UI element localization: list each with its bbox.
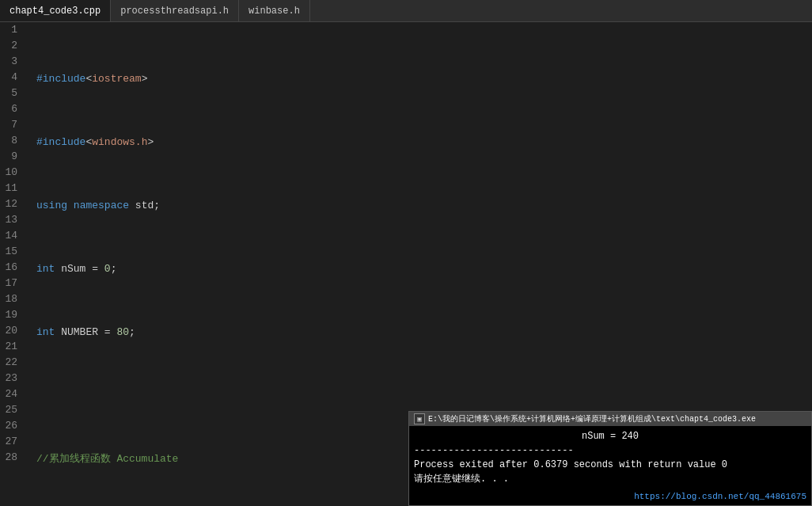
terminal-line4: 请按任意键继续. . .	[414, 472, 806, 486]
code-line-5: int NUMBER = 80;	[24, 325, 812, 341]
tab-chapt4-code3[interactable]: chapt4_code3.cpp	[0, 0, 111, 21]
code-line-6	[24, 388, 812, 404]
terminal-line3: Process exited after 0.6379 seconds with…	[414, 458, 806, 472]
terminal-title: E:\我的日记博客\操作系统+计算机网络+编译原理+计算机组成\text\cha…	[428, 413, 756, 424]
terminal-line2: ----------------------------	[414, 443, 806, 458]
terminal-icon: ▣	[414, 413, 425, 424]
terminal-line1: nSum = 240	[414, 429, 806, 443]
terminal-window: ▣ E:\我的日记博客\操作系统+计算机网络+编译原理+计算机组成\text\c…	[408, 411, 812, 506]
terminal-body: nSum = 240 ---------------------------- …	[409, 426, 811, 489]
line-numbers: 1 2 3 4 5 6 7 8 9 10 11 12 13 14 15 16 1…	[0, 22, 24, 506]
editor-area: 1 2 3 4 5 6 7 8 9 10 11 12 13 14 15 16 1…	[0, 22, 812, 506]
code-line-2: #include<windows.h>	[24, 135, 812, 150]
editor-window: chapt4_code3.cpp processthreadsapi.h win…	[0, 0, 812, 506]
tab-bar: chapt4_code3.cpp processthreadsapi.h win…	[0, 0, 812, 22]
terminal-url: https://blog.csdn.net/qq_44861675	[634, 489, 806, 504]
code-line-1: #include<iostream>	[24, 71, 812, 87]
tab-processthreadsapi[interactable]: processthreadsapi.h	[111, 0, 239, 21]
tab-winbase[interactable]: winbase.h	[239, 0, 310, 21]
code-line-4: int nSum = 0;	[24, 261, 812, 277]
terminal-titlebar: ▣ E:\我的日记博客\操作系统+计算机网络+编译原理+计算机组成\text\c…	[409, 412, 811, 426]
code-line-3: using namespace std;	[24, 198, 812, 214]
